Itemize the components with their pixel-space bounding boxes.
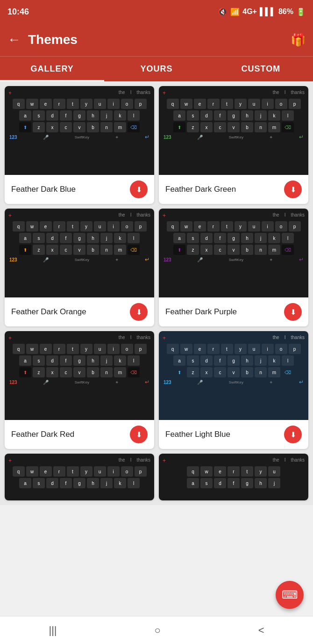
- keyboard-preview-3: + the I thanks qwertyuiop asdfghjkl ⬆zxc…: [159, 209, 308, 297]
- nav-home-button[interactable]: ○: [154, 624, 160, 637]
- theme-name-0: Feather Dark Blue: [11, 185, 76, 194]
- keyboard-preview-1: + the I thanks qwertyuiop asdfghjkl ⬆zxc…: [159, 86, 308, 175]
- themes-grid: + the I thanks qwertyuiop asdfghjkl ⬆zxc…: [0, 81, 313, 505]
- theme-card-3: + the I thanks qwertyuiop asdfghjkl ⬆zxc…: [159, 209, 308, 326]
- theme-label-4: Feather Dark Red ⬇: [5, 420, 154, 449]
- tab-yours[interactable]: YOURS: [104, 57, 208, 81]
- theme-label-3: Feather Dark Purple ⬇: [159, 297, 308, 326]
- tab-custom[interactable]: CUSTOM: [209, 57, 313, 81]
- status-icons: 🔇 📶 4G+ ▌▌▌ 86% 🔋: [218, 7, 306, 16]
- theme-card-2: + the I thanks qwertyuiop asdfghjkl ⬆zxc…: [5, 209, 154, 326]
- nav-menu-button[interactable]: |||: [49, 624, 57, 637]
- keyboard-fab[interactable]: ⌨: [276, 581, 304, 609]
- keyboard-preview-0: + the I thanks qwertyuiop asdfghjkl ⬆zxc…: [5, 86, 154, 175]
- download-btn-2[interactable]: ⬇: [130, 303, 148, 321]
- nav-back-button[interactable]: <: [258, 624, 264, 637]
- kb-row-2: ⬆zxcvbnm⌫: [7, 122, 151, 132]
- status-bar: 10:46 🔇 📶 4G+ ▌▌▌ 86% 🔋: [0, 0, 313, 23]
- wifi-icon: 📶: [230, 7, 240, 16]
- download-btn-1[interactable]: ⬇: [284, 181, 302, 198]
- keyboard-preview-5: + the I thanks qwertyuiop asdfghjkl ⬆zxc…: [159, 331, 308, 420]
- kb-row-0: qwertyuiop: [7, 99, 151, 109]
- bottom-spacer: [0, 505, 313, 538]
- theme-name-1: Feather Dark Green: [165, 185, 236, 194]
- keyboard-preview-4: + the I thanks qwertyuiop asdfghjkl ⬆zxc…: [5, 331, 154, 420]
- download-btn-0[interactable]: ⬇: [130, 181, 148, 198]
- tab-bar: GALLERY YOURS CUSTOM: [0, 56, 313, 81]
- app-bar: ← Themes 🎁: [0, 23, 313, 56]
- kb-row-1: asdfghjkl: [7, 110, 151, 121]
- theme-label-1: Feather Dark Green ⬇: [159, 175, 308, 204]
- theme-card-4: + the I thanks qwertyuiop asdfghjkl ⬆zxc…: [5, 331, 154, 449]
- keyboard-preview-2: + the I thanks qwertyuiop asdfghjkl ⬆zxc…: [5, 209, 154, 297]
- theme-name-5: Feather Light Blue: [165, 430, 230, 439]
- theme-name-4: Feather Dark Red: [11, 430, 74, 439]
- theme-card-7: + the I thanks qwertyu asdfghj: [159, 454, 308, 500]
- download-btn-4[interactable]: ⬇: [130, 426, 148, 443]
- bottom-nav: ||| ○ <: [0, 616, 313, 644]
- theme-card-5: + the I thanks qwertyuiop asdfghjkl ⬆zxc…: [159, 331, 308, 449]
- kb-top-1: + the I thanks: [162, 90, 306, 96]
- theme-card-1: + the I thanks qwertyuiop asdfghjkl ⬆zxc…: [159, 86, 308, 204]
- status-time: 10:46: [7, 7, 29, 17]
- theme-card-0: + the I thanks qwertyuiop asdfghjkl ⬆zxc…: [5, 86, 154, 204]
- page-title: Themes: [28, 32, 291, 47]
- download-btn-5[interactable]: ⬇: [284, 426, 302, 443]
- battery-icon: 🔋: [296, 7, 306, 16]
- mute-icon: 🔇: [218, 7, 228, 16]
- battery-text: 86%: [278, 7, 293, 16]
- download-btn-3[interactable]: ⬇: [284, 303, 302, 321]
- kb-top-0: + the I thanks: [7, 90, 151, 96]
- theme-name-2: Feather Dark Orange: [11, 307, 86, 317]
- kb-bottom-0: 123 🎤 SwiftKey ✦ ↵: [7, 134, 151, 140]
- keyboard-fab-icon: ⌨: [282, 588, 298, 601]
- gift-icon[interactable]: 🎁: [291, 33, 306, 47]
- theme-name-3: Feather Dark Purple: [165, 307, 237, 317]
- signal-icon: ▌▌▌: [260, 7, 276, 16]
- network-icon: 4G+: [242, 7, 257, 16]
- keyboard-preview-6: + the I thanks qwertyuiop asdfghjkl: [5, 454, 154, 500]
- keyboard-preview-7: + the I thanks qwertyu asdfghj: [159, 454, 308, 500]
- theme-label-5: Feather Light Blue ⬇: [159, 420, 308, 449]
- tab-gallery[interactable]: GALLERY: [0, 57, 104, 81]
- theme-label-2: Feather Dark Orange ⬇: [5, 297, 154, 326]
- theme-card-6: + the I thanks qwertyuiop asdfghjkl: [5, 454, 154, 500]
- back-button[interactable]: ←: [7, 32, 21, 47]
- theme-label-0: Feather Dark Blue ⬇: [5, 175, 154, 204]
